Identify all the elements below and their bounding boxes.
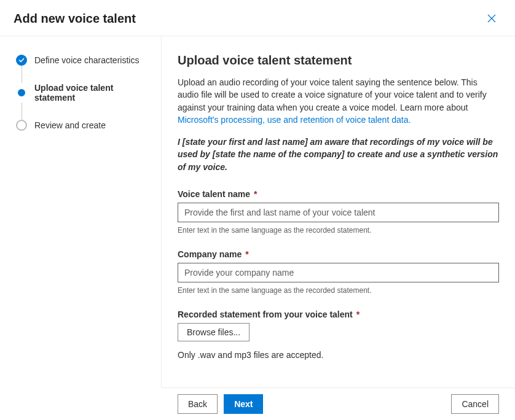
required-mark: * xyxy=(245,249,248,259)
step-upload-voice-talent-statement[interactable]: Upload voice talent statement xyxy=(16,83,150,103)
next-button[interactable]: Next xyxy=(224,394,263,414)
dialog-header: Add new voice talent xyxy=(0,0,515,36)
step-label: Define voice characteristics xyxy=(34,55,139,65)
content-pane: Upload voice talent statement Upload an … xyxy=(162,36,515,387)
voice-talent-name-helper: Enter text in the same language as the r… xyxy=(178,226,499,235)
dialog-footer: Back Next Cancel xyxy=(162,387,515,420)
voice-talent-name-label: Voice talent name * xyxy=(178,189,499,199)
footer-right: Cancel xyxy=(451,394,499,414)
company-name-helper: Enter text in the same language as the r… xyxy=(178,286,499,295)
label-text: Recorded statement from your voice talen… xyxy=(178,309,353,319)
voice-talent-name-input[interactable] xyxy=(178,203,499,222)
required-mark: * xyxy=(254,189,257,199)
field-recorded-statement: Recorded statement from your voice talen… xyxy=(178,309,499,360)
step-review-and-create[interactable]: Review and create xyxy=(16,120,150,131)
statement-text: I [state your first and last name] am aw… xyxy=(178,136,499,173)
stepper: Define voice characteristics Upload voic… xyxy=(0,36,162,387)
label-text: Voice talent name xyxy=(178,189,250,199)
close-button[interactable] xyxy=(482,9,501,28)
browse-files-button[interactable]: Browse files... xyxy=(178,323,250,341)
step-label: Review and create xyxy=(34,120,106,130)
intro-text: Upload an audio recording of your voice … xyxy=(178,77,487,112)
check-circle-icon xyxy=(16,55,27,66)
dialog-root: Add new voice talent Define voice charac… xyxy=(0,0,515,420)
page-heading: Upload voice talent statement xyxy=(178,53,499,68)
current-step-icon xyxy=(16,87,27,98)
field-company-name: Company name * Enter text in the same la… xyxy=(178,249,499,295)
dialog-title: Add new voice talent xyxy=(14,12,136,26)
back-button[interactable]: Back xyxy=(178,394,218,414)
required-mark: * xyxy=(356,309,360,319)
intro-paragraph: Upload an audio recording of your voice … xyxy=(178,76,499,126)
close-icon xyxy=(487,14,496,23)
company-name-label: Company name * xyxy=(178,249,499,259)
pending-step-icon xyxy=(16,120,27,131)
label-text: Company name xyxy=(178,249,242,259)
learn-more-link[interactable]: Microsoft's processing, use and retentio… xyxy=(178,115,411,125)
company-name-input[interactable] xyxy=(178,263,499,282)
step-connector xyxy=(22,66,22,83)
step-label: Upload voice talent statement xyxy=(34,83,150,103)
footer-left: Back Next xyxy=(178,394,263,414)
recorded-statement-label: Recorded statement from your voice talen… xyxy=(178,309,499,319)
field-voice-talent-name: Voice talent name * Enter text in the sa… xyxy=(178,189,499,235)
cancel-button[interactable]: Cancel xyxy=(451,394,499,414)
recorded-statement-helper: Only .wav and mp3 files are accepted. xyxy=(178,350,499,360)
dialog-body: Define voice characteristics Upload voic… xyxy=(0,36,515,387)
step-connector xyxy=(22,103,22,120)
step-define-voice-characteristics[interactable]: Define voice characteristics xyxy=(16,55,150,66)
